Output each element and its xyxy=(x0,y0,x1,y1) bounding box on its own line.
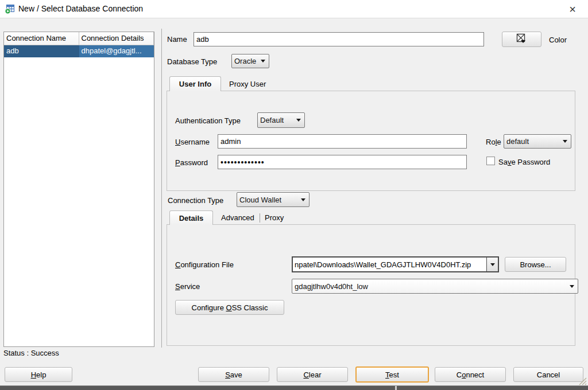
clear-button[interactable]: Clear xyxy=(277,367,348,382)
cancel-button-label: Cancel xyxy=(537,370,560,379)
chevron-down-icon xyxy=(296,119,301,122)
connect-button[interactable]: Connect xyxy=(435,367,506,382)
chevron-down-icon xyxy=(490,263,495,266)
clear-button-label: Clear xyxy=(303,370,321,379)
color-button[interactable] xyxy=(502,32,541,47)
tab-user-info-label: User Info xyxy=(179,80,211,88)
save-password-label: Save Password xyxy=(498,158,550,166)
help-button[interactable]: Help xyxy=(5,367,72,382)
service-dropdown[interactable]: gdagjtlhw0v4d0ht_low xyxy=(292,279,578,294)
database-run-icon xyxy=(5,4,15,14)
database-type-dropdown[interactable]: Oracle xyxy=(231,54,269,68)
panel-splitter[interactable] xyxy=(161,29,162,348)
name-input[interactable] xyxy=(194,32,484,46)
configure-oss-classic-label: Configure OSS Classic xyxy=(192,303,268,312)
tab-details[interactable]: Details xyxy=(169,210,213,225)
connection-list-header: Connection Name Connection Details xyxy=(4,32,154,45)
database-type-label: Database Type xyxy=(167,57,217,66)
test-button-label: Test xyxy=(385,370,399,379)
connection-name-cell: adb xyxy=(4,45,79,57)
column-header-connection-details[interactable]: Connection Details xyxy=(79,32,154,45)
tab-separator xyxy=(260,213,260,223)
username-input[interactable] xyxy=(218,134,467,149)
chevron-down-icon xyxy=(563,140,567,143)
configure-oss-classic-button[interactable]: Configure OSS Classic xyxy=(175,300,284,315)
column-header-connection-name[interactable]: Connection Name xyxy=(4,32,79,45)
status-text: Status : Success xyxy=(3,349,59,357)
browse-button-label: Browse... xyxy=(520,260,551,269)
tab-details-label: Details xyxy=(179,214,204,223)
save-button[interactable]: Save xyxy=(198,367,269,382)
connection-row-adb[interactable]: adb dhpatel@gdagjtl... xyxy=(4,45,154,57)
window-bottom-edge xyxy=(0,385,588,390)
role-dropdown[interactable]: default xyxy=(504,134,571,149)
chevron-down-icon xyxy=(301,198,305,201)
tab-user-info[interactable]: User Info xyxy=(169,76,221,91)
close-icon[interactable]: × xyxy=(565,2,580,17)
password-label: Password xyxy=(175,158,208,167)
save-button-label: Save xyxy=(225,370,242,379)
connection-list: Connection Name Connection Details adb d… xyxy=(3,32,154,347)
configuration-file-dropdown-button[interactable] xyxy=(486,258,498,271)
save-password-checkbox[interactable] xyxy=(486,157,495,165)
tab-advanced[interactable]: Advanced xyxy=(221,213,254,222)
password-input[interactable] xyxy=(218,155,467,169)
dialog-title: New / Select Database Connection xyxy=(18,4,143,13)
tab-proxy[interactable]: Proxy xyxy=(265,213,284,222)
authentication-type-label: Authentication Type xyxy=(175,116,241,125)
resize-grip-icon[interactable] xyxy=(578,377,587,385)
configuration-file-combobox[interactable] xyxy=(292,256,499,272)
connect-button-label: Connect xyxy=(457,370,484,379)
connection-type-dropdown[interactable]: Cloud Wallet xyxy=(237,192,310,207)
connection-type-value: Cloud Wallet xyxy=(237,196,300,204)
browse-button[interactable]: Browse... xyxy=(505,257,566,272)
color-swatch-icon xyxy=(516,33,528,45)
database-type-value: Oracle xyxy=(232,57,260,65)
service-label: Service xyxy=(175,282,200,291)
titlebar: New / Select Database Connection × xyxy=(0,0,588,18)
authentication-type-dropdown[interactable]: Default xyxy=(257,112,305,128)
authentication-type-value: Default xyxy=(258,116,295,124)
username-label: Username xyxy=(175,138,210,146)
role-label: Role xyxy=(486,138,501,146)
chevron-down-icon xyxy=(261,60,265,63)
connection-details-cell: dhpatel@gdagjtl... xyxy=(79,45,154,57)
chevron-down-icon xyxy=(570,285,574,288)
configuration-file-input[interactable] xyxy=(293,258,486,271)
test-button[interactable]: Test xyxy=(355,366,429,383)
connection-type-label: Connection Type xyxy=(168,196,223,205)
cancel-button[interactable]: Cancel xyxy=(513,367,583,382)
color-label: Color xyxy=(549,36,567,44)
configuration-file-label: Configuration File xyxy=(175,260,234,269)
help-button-label: Help xyxy=(31,370,47,379)
window-bottom-edge-gap xyxy=(395,386,397,390)
service-value: gdagjtlhw0v4d0ht_low xyxy=(292,282,568,291)
name-label: Name xyxy=(167,35,187,44)
role-value: default xyxy=(504,137,562,146)
tab-proxy-user[interactable]: Proxy User xyxy=(229,80,266,88)
